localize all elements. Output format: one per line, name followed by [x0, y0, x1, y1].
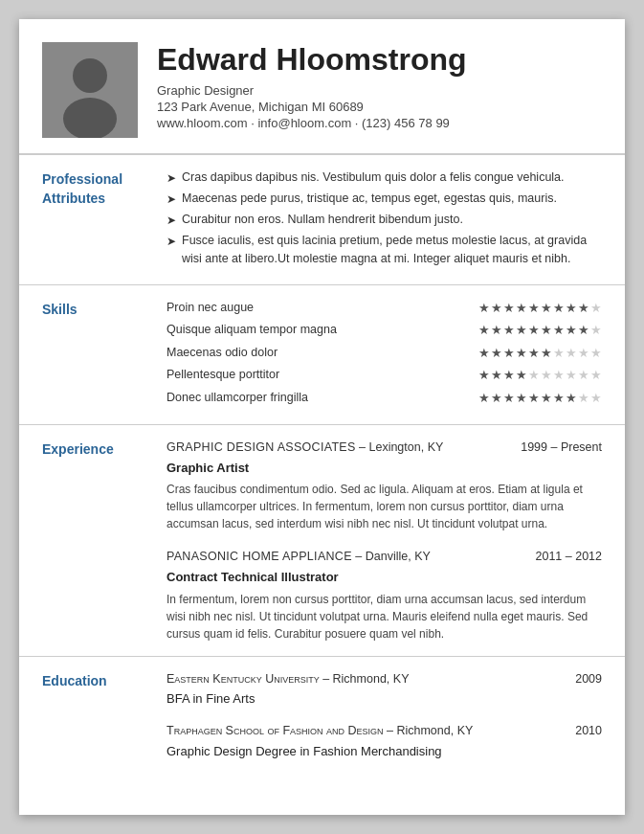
candidate-name: Edward Hloomstrong	[157, 42, 602, 78]
star-empty-icon: ★	[590, 299, 602, 318]
star-filled-icon: ★	[478, 321, 490, 340]
skill-stars: ★★★★★★★★★★	[478, 299, 602, 318]
star-empty-icon: ★	[578, 344, 589, 363]
skill-row: Donec ullamcorper fringilla★★★★★★★★★★	[167, 389, 602, 408]
experience-label: Experience	[42, 439, 167, 642]
star-filled-icon: ★	[491, 299, 502, 318]
header-section: Edward Hloomstrong Graphic Designer 123 …	[19, 19, 625, 155]
skill-name: Proin nec augue	[167, 299, 478, 317]
edu-entry: Traphagen School of Fashion and Design –…	[167, 722, 602, 760]
star-filled-icon: ★	[578, 321, 589, 340]
star-empty-icon: ★	[541, 366, 552, 385]
education-label: Education	[42, 670, 167, 761]
star-empty-icon: ★	[590, 389, 602, 408]
professional-section: ProfessionalAttributes ➤Cras dapibus dap…	[19, 155, 625, 285]
skill-name: Pellentesque porttitor	[167, 366, 478, 384]
star-filled-icon: ★	[541, 299, 552, 318]
education-content: Eastern Kentucky University – Richmond, …	[167, 670, 602, 761]
exp-entry: PANASONIC HOME APPLIANCE – Danville, KY2…	[167, 548, 602, 642]
attr-text: Cras dapibus dapibus nis. Vestibulum qui…	[182, 169, 565, 187]
star-filled-icon: ★	[516, 321, 527, 340]
attr-text: Maecenas pede purus, tristique ac, tempu…	[182, 190, 557, 208]
exp-dates: 1999 – Present	[521, 439, 602, 457]
star-filled-icon: ★	[578, 299, 589, 318]
skill-stars: ★★★★★★★★★★	[478, 389, 602, 408]
skills-content: Proin nec augue★★★★★★★★★★Quisque aliquam…	[167, 299, 602, 412]
resume-document: Edward Hloomstrong Graphic Designer 123 …	[19, 19, 625, 815]
exp-location: – Lexington, KY	[356, 440, 444, 454]
star-filled-icon: ★	[516, 344, 527, 363]
exp-company-name: PANASONIC HOME APPLIANCE	[167, 550, 352, 563]
skill-name: Quisque aliquam tempor magna	[167, 321, 478, 339]
header-info: Edward Hloomstrong Graphic Designer 123 …	[157, 42, 602, 130]
skill-row: Quisque aliquam tempor magna★★★★★★★★★★	[167, 321, 602, 340]
svg-point-2	[63, 98, 117, 138]
exp-header: GRAPHIC DESIGN ASSOCIATES – Lexington, K…	[167, 439, 602, 457]
star-empty-icon: ★	[590, 344, 602, 363]
list-item: ➤Fusce iaculis, est quis lacinia pretium…	[167, 232, 602, 268]
candidate-title: Graphic Designer	[157, 83, 602, 98]
edu-year: 2010	[575, 722, 602, 740]
edu-school: Eastern Kentucky University – Richmond, …	[167, 670, 409, 688]
attr-list: ➤Cras dapibus dapibus nis. Vestibulum qu…	[167, 169, 602, 268]
candidate-web: www.hloom.com · info@hloom.com · (123) 4…	[157, 116, 602, 130]
star-filled-icon: ★	[491, 389, 502, 408]
star-filled-icon: ★	[478, 299, 490, 318]
star-filled-icon: ★	[528, 344, 540, 363]
star-filled-icon: ★	[541, 389, 552, 408]
svg-point-1	[73, 58, 107, 93]
star-empty-icon: ★	[553, 366, 565, 385]
star-filled-icon: ★	[528, 321, 540, 340]
arrow-icon: ➤	[167, 233, 176, 250]
edu-entry: Eastern Kentucky University – Richmond, …	[167, 670, 602, 709]
star-filled-icon: ★	[503, 366, 515, 385]
experience-section: Experience GRAPHIC DESIGN ASSOCIATES – L…	[19, 425, 625, 657]
edu-year: 2009	[575, 670, 602, 688]
exp-company: PANASONIC HOME APPLIANCE – Danville, KY	[167, 548, 431, 566]
attr-text: Fusce iaculis, est quis lacinia pretium,…	[182, 232, 602, 268]
professional-content: ➤Cras dapibus dapibus nis. Vestibulum qu…	[167, 169, 602, 271]
star-filled-icon: ★	[553, 299, 565, 318]
arrow-icon: ➤	[167, 191, 176, 208]
star-filled-icon: ★	[491, 366, 502, 385]
skill-stars: ★★★★★★★★★★	[478, 321, 602, 340]
edu-degree: BFA in Fine Arts	[167, 689, 602, 709]
edu-school: Traphagen School of Fashion and Design –…	[167, 722, 473, 740]
skills-section: Skills Proin nec augue★★★★★★★★★★Quisque …	[19, 285, 625, 426]
skill-name: Maecenas odio dolor	[167, 344, 478, 362]
edu-school-name: Eastern Kentucky University	[167, 672, 320, 686]
exp-header: PANASONIC HOME APPLIANCE – Danville, KY2…	[167, 548, 602, 566]
star-filled-icon: ★	[516, 389, 527, 408]
edu-header: Eastern Kentucky University – Richmond, …	[167, 670, 602, 688]
avatar	[42, 42, 138, 138]
exp-company: GRAPHIC DESIGN ASSOCIATES – Lexington, K…	[167, 439, 443, 457]
candidate-address: 123 Park Avenue, Michigan MI 60689	[157, 100, 602, 114]
star-empty-icon: ★	[590, 321, 602, 340]
exp-entry: GRAPHIC DESIGN ASSOCIATES – Lexington, K…	[167, 439, 602, 532]
star-filled-icon: ★	[553, 389, 565, 408]
arrow-icon: ➤	[167, 212, 176, 229]
exp-desc: In fermentum, lorem non cursus porttitor…	[167, 591, 602, 642]
star-filled-icon: ★	[516, 299, 527, 318]
star-empty-icon: ★	[566, 344, 577, 363]
exp-company-name: GRAPHIC DESIGN ASSOCIATES	[167, 440, 356, 454]
edu-location: – Richmond, KY	[320, 672, 410, 686]
experience-content: GRAPHIC DESIGN ASSOCIATES – Lexington, K…	[167, 439, 602, 642]
skill-name: Donec ullamcorper fringilla	[167, 389, 478, 407]
exp-desc: Cras faucibus condimentum odio. Sed ac l…	[167, 481, 602, 532]
star-filled-icon: ★	[503, 344, 515, 363]
skill-row: Maecenas odio dolor★★★★★★★★★★	[167, 344, 602, 363]
star-filled-icon: ★	[503, 299, 515, 318]
star-filled-icon: ★	[528, 389, 540, 408]
list-item: ➤Curabitur non eros. Nullam hendrerit bi…	[167, 211, 602, 229]
list-item: ➤Maecenas pede purus, tristique ac, temp…	[167, 190, 602, 208]
star-empty-icon: ★	[553, 344, 565, 363]
star-filled-icon: ★	[478, 366, 490, 385]
arrow-icon: ➤	[167, 169, 176, 187]
education-section: Education Eastern Kentucky University – …	[19, 657, 625, 775]
star-empty-icon: ★	[578, 389, 589, 408]
skill-stars: ★★★★★★★★★★	[478, 366, 602, 385]
exp-location: – Danville, KY	[352, 550, 431, 563]
star-empty-icon: ★	[528, 366, 540, 385]
star-filled-icon: ★	[503, 389, 515, 408]
